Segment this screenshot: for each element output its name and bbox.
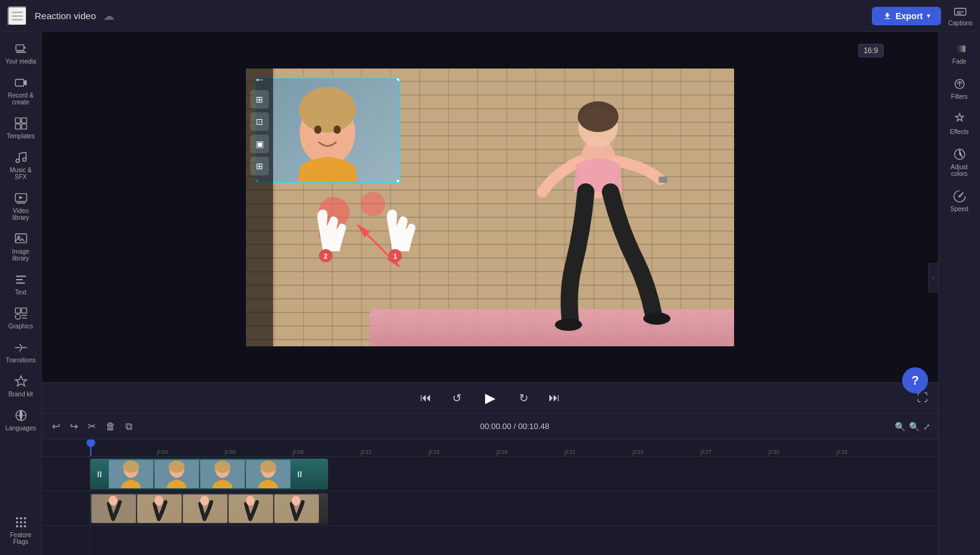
- sidebar-item-graphics[interactable]: Graphics: [2, 302, 40, 335]
- sidebar-item-languages[interactable]: Languages: [2, 404, 40, 436]
- export-icon: [883, 12, 892, 20]
- sidebar-item-label-languages: Languages: [6, 425, 36, 432]
- sidebar-item-text[interactable]: Text: [2, 268, 40, 301]
- zoom-controls: 🔍 🔍 ⤢: [895, 422, 931, 432]
- track-labels: [42, 457, 90, 555]
- panel-size-btn-2[interactable]: ⊡: [250, 112, 269, 131]
- ruler-tick-line-033: [837, 451, 837, 456]
- topbar-right: Export ▾ Captions: [872, 5, 973, 27]
- svg-rect-6: [15, 124, 20, 129]
- clip-thumb-bottom-1: [91, 494, 136, 523]
- svg-point-66: [200, 496, 209, 506]
- right-sidebar-item-filters[interactable]: Filters: [940, 72, 979, 105]
- right-sidebar-item-speed[interactable]: Speed: [940, 185, 979, 217]
- sidebar-item-image-library[interactable]: Image library: [2, 227, 40, 267]
- ruler-tick-003: 0:03: [157, 449, 168, 455]
- sidebar-item-label-templates: Templates: [7, 133, 35, 140]
- sidebar-item-templates[interactable]: Templates: [2, 112, 40, 144]
- captions-button[interactable]: Captions: [948, 5, 973, 27]
- panel-size-btn-3[interactable]: ▣: [250, 135, 269, 153]
- effects-icon: [953, 112, 966, 126]
- left-panel: ← ⊞ ⊡ ▣ ⊞: [246, 69, 273, 346]
- svg-rect-71: [953, 46, 965, 52]
- languages-icon: [14, 409, 28, 422]
- svg-rect-7: [21, 124, 26, 129]
- zoom-out-button[interactable]: 🔍: [895, 422, 905, 432]
- aspect-ratio-badge[interactable]: 16:9: [858, 44, 884, 56]
- ruler-tick-line-021: [565, 451, 565, 456]
- sidebar-item-label-your-media: Your media: [5, 58, 36, 65]
- svg-rect-4: [15, 118, 20, 123]
- ruler-tick-027: 0:27: [701, 449, 712, 455]
- help-button[interactable]: ?: [902, 367, 928, 393]
- track-clip-bottom[interactable]: [90, 493, 328, 524]
- tracks-content: ⏸: [90, 457, 938, 555]
- svg-point-59: [260, 461, 276, 473]
- svg-point-37: [334, 125, 341, 134]
- sidebar-item-video-library[interactable]: Video library: [2, 186, 40, 226]
- feature-flags-icon: [14, 515, 28, 529]
- playhead-circle: [87, 440, 95, 447]
- skip-to-end-button[interactable]: ⏭: [544, 388, 564, 408]
- clip-thumb-bottom-5: [274, 494, 319, 523]
- cut-button[interactable]: ✂: [85, 418, 98, 435]
- svg-point-50: [123, 461, 139, 473]
- svg-point-53: [169, 461, 185, 473]
- reaction-pip-overlay[interactable]: [255, 77, 400, 183]
- sidebar-item-your-media[interactable]: Your media: [2, 37, 40, 70]
- play-pause-button[interactable]: ▶: [478, 386, 502, 411]
- cloud-save-icon: ☁: [103, 9, 114, 23]
- topbar: Reaction video ☁ Export ▾ Captions: [0, 0, 980, 32]
- redo-button[interactable]: ↪: [67, 418, 80, 435]
- fast-forward-button[interactable]: ↻: [513, 388, 533, 408]
- svg-point-31: [643, 312, 670, 325]
- undo-button[interactable]: ↩: [49, 418, 62, 435]
- playback-controls: ⏮ ↺ ▶ ↻ ⏭ ⛶: [42, 382, 938, 413]
- menu-button[interactable]: [7, 6, 27, 26]
- main-area: Your media Record & create Templates Mus…: [0, 32, 980, 555]
- right-panel-collapse-button[interactable]: ‹: [928, 263, 938, 293]
- zoom-in-button[interactable]: 🔍: [909, 422, 919, 432]
- fullscreen-button[interactable]: ⛶: [917, 391, 928, 404]
- skip-to-start-button[interactable]: ⏮: [416, 388, 436, 408]
- clip-thumb-top-4: [246, 460, 290, 488]
- fade-icon: [953, 42, 966, 56]
- panel-back-button[interactable]: ←: [254, 73, 265, 86]
- timeline-content: 0:03 0:06 0:09 0:12 0:15 0:18 0:21: [42, 440, 938, 555]
- right-sidebar-item-adjust-colors[interactable]: Adjust colors: [940, 143, 979, 182]
- svg-point-70: [292, 496, 300, 506]
- video-container[interactable]: ← ⊞ ⊡ ▣ ⊞ 2: [246, 69, 734, 346]
- export-button[interactable]: Export ▾: [872, 7, 940, 25]
- sidebar-item-brand-kit[interactable]: Brand kit: [2, 370, 40, 403]
- sidebar-item-music-sfx[interactable]: Music & SFX: [2, 146, 40, 185]
- music-icon: [14, 151, 28, 164]
- right-sidebar-item-effects[interactable]: Effects: [940, 107, 979, 140]
- sidebar-item-feature-flags[interactable]: Feature Flags: [2, 511, 40, 550]
- sidebar-item-record-create[interactable]: Record & create: [2, 71, 40, 111]
- thumb-svg-4: [246, 460, 290, 488]
- panel-size-btn-1[interactable]: ⊞: [250, 90, 269, 109]
- topbar-left: Reaction video ☁: [7, 6, 872, 26]
- track-clip-top[interactable]: ⏸: [90, 459, 328, 490]
- pause-icon-end: ⏸: [295, 469, 304, 479]
- svg-point-9: [22, 158, 26, 161]
- rewind-button[interactable]: ↺: [447, 388, 467, 408]
- track-1: ⏸: [90, 457, 938, 491]
- timeline-ruler: 0:03 0:06 0:09 0:12 0:15 0:18 0:21: [42, 440, 938, 457]
- duplicate-button[interactable]: ⧉: [123, 419, 135, 435]
- panel-size-btn-4[interactable]: ⊞: [250, 157, 269, 175]
- speed-label: Speed: [950, 206, 968, 212]
- selection-handle-bottom-right[interactable]: [396, 179, 400, 183]
- svg-point-29: [578, 101, 619, 132]
- sidebar-item-transitions[interactable]: Transitions: [2, 336, 40, 369]
- ruler-tick-line-027: [701, 451, 701, 456]
- brand-kit-icon: [14, 375, 28, 388]
- clip-thumb-top-1: [109, 460, 153, 488]
- selection-handle-top-right[interactable]: [396, 77, 400, 81]
- text-icon: [14, 273, 28, 286]
- record-icon: [14, 76, 28, 90]
- right-sidebar-item-fade[interactable]: Fade: [940, 37, 979, 70]
- delete-button[interactable]: 🗑: [103, 419, 118, 435]
- zoom-fit-button[interactable]: ⤢: [923, 422, 931, 432]
- clip-pause-indicator: ⏸: [91, 460, 108, 488]
